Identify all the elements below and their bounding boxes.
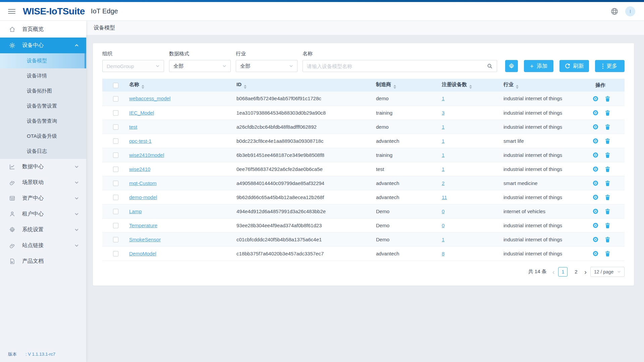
manufacturer: advantech [376,190,442,204]
model-name-link[interactable]: Temperature [129,223,157,228]
registered-count-link[interactable]: 2 [442,180,444,186]
model-name-link[interactable]: SmokeSensor [129,237,161,242]
next-page-icon[interactable]: › [584,268,587,275]
delete-icon[interactable] [605,124,610,130]
model-name-link[interactable]: DemoModel [129,251,156,256]
view-icon[interactable] [593,251,598,256]
registered-count-link[interactable]: 1 [442,138,444,144]
select-all-checkbox[interactable] [113,83,118,88]
view-icon[interactable] [593,138,598,144]
row-checkbox[interactable] [113,138,118,144]
menu-toggle-icon[interactable] [8,9,15,14]
add-button[interactable]: + 添加 [524,60,553,72]
view-icon[interactable] [593,237,598,242]
sidebar-item-data-center[interactable]: 数据中心 [0,159,86,175]
refresh-button[interactable]: 刷新 [559,60,589,72]
sort-icon[interactable] [469,85,472,89]
language-globe-icon[interactable] [610,7,619,15]
model-name-link[interactable]: wise2410 [129,166,150,172]
model-name-link[interactable]: demo-model [129,194,157,200]
model-name-link[interactable]: opc-test-1 [129,138,152,144]
registered-count-link[interactable]: 0 [442,223,444,228]
view-icon[interactable] [593,152,598,158]
view-icon[interactable] [593,223,598,228]
row-checkbox[interactable] [113,223,118,228]
sort-icon[interactable] [516,85,519,89]
view-icon[interactable] [593,110,598,116]
more-button[interactable]: 更多 [595,60,625,72]
registered-count-link[interactable]: 11 [442,194,447,200]
registered-count-link[interactable]: 8 [442,251,444,256]
view-icon[interactable] [593,166,598,172]
column-settings-button[interactable] [505,60,518,72]
prev-page-icon[interactable]: ‹ [552,268,555,275]
registered-count-link[interactable]: 1 [442,96,444,101]
row-checkbox[interactable] [113,195,118,200]
row-checkbox[interactable] [113,251,118,256]
delete-icon[interactable] [605,152,610,158]
sidebar-subitem-alarm-query[interactable]: 设备告警查询 [0,114,86,129]
row-checkbox[interactable] [113,124,118,130]
model-name-link[interactable]: wise2410model [129,152,164,158]
delete-icon[interactable] [605,208,610,214]
page-button-2[interactable]: 2 [571,267,581,277]
sidebar-subitem-alarm-settings[interactable]: 设备告警设置 [0,99,86,114]
model-name-link[interactable]: Lamp [129,208,142,214]
sort-icon[interactable] [142,85,144,89]
org-select[interactable]: DemoGroup [102,60,164,72]
model-name-link[interactable]: test [129,124,137,130]
row-checkbox[interactable] [113,153,118,158]
sidebar-subitem-device-detail[interactable]: 设备详情 [0,68,86,83]
row-checkbox[interactable] [113,110,118,116]
name-search-input[interactable] [307,63,487,69]
delete-icon[interactable] [605,251,610,256]
sidebar-item-tenant-center[interactable]: 租户中心 [0,206,86,222]
sidebar-subitem-device-model[interactable]: 设备模型 [0,53,86,68]
sidebar-item-product-docs[interactable]: 产品文档 [0,253,86,269]
user-avatar[interactable]: I [625,6,635,16]
industry-select[interactable]: 全部 [236,60,298,72]
sort-icon[interactable] [393,85,396,89]
page-button-1[interactable]: 1 [558,267,568,277]
row-checkbox[interactable] [113,181,118,186]
registered-count-link[interactable]: 1 [442,166,444,172]
sidebar-item-home[interactable]: 首页概览 [0,21,86,38]
view-icon[interactable] [593,180,598,186]
model-name-link[interactable]: IEC_Model [129,110,154,116]
model-name-link[interactable]: webaccess_model [129,96,170,101]
delete-icon[interactable] [605,223,610,228]
delete-icon[interactable] [605,96,610,102]
sort-icon[interactable] [244,85,247,89]
row-checkbox[interactable] [113,167,118,172]
delete-icon[interactable] [605,138,610,144]
view-icon[interactable] [593,124,598,130]
sidebar-item-scene-linkage[interactable]: 场景联动 [0,175,86,190]
registered-count-link[interactable]: 0 [442,208,444,214]
sidebar-item-site-links[interactable]: 站点链接 [0,238,86,253]
row-checkbox[interactable] [113,209,118,214]
data-format-select[interactable]: 全部 [169,60,231,72]
registered-count-link[interactable]: 3 [442,110,444,116]
registered-count-link[interactable]: 1 [442,152,444,158]
view-icon[interactable] [593,208,598,214]
delete-icon[interactable] [605,110,610,116]
model-name-link[interactable]: mqt-Custom [129,180,157,186]
delete-icon[interactable] [605,166,610,172]
row-checkbox[interactable] [113,96,118,102]
sidebar-item-asset-center[interactable]: 资产中心 [0,190,86,206]
sidebar-subitem-device-topology[interactable]: 设备拓扑图 [0,83,86,99]
registered-count-link[interactable]: 1 [442,237,444,242]
page-size-select[interactable]: 12 / page [590,267,625,277]
delete-icon[interactable] [605,180,610,186]
sidebar-subitem-ota-upgrade[interactable]: OTA设备升级 [0,129,86,144]
sidebar-item-system-settings[interactable]: 系统设置 [0,222,86,238]
view-icon[interactable] [593,96,598,102]
sidebar-subitem-device-log[interactable]: 设备日志 [0,144,86,159]
sidebar-item-device-center[interactable]: 设备中心 [0,38,86,53]
registered-count-link[interactable]: 1 [442,124,444,130]
view-icon[interactable] [593,194,598,200]
search-icon[interactable] [487,63,493,69]
row-checkbox[interactable] [113,237,118,242]
delete-icon[interactable] [605,194,610,200]
delete-icon[interactable] [605,237,610,242]
